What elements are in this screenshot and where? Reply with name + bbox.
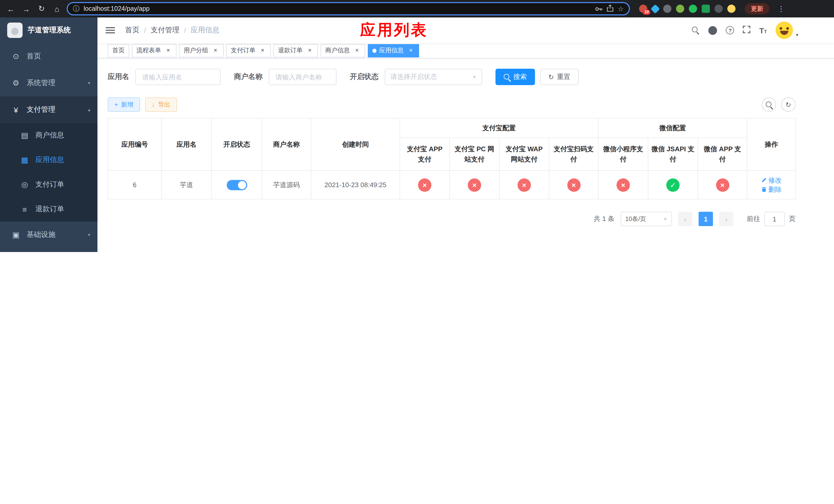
sidebar-item-dev[interactable]: ⚒ 研发工具 ▾ [0,248,97,252]
edit-link[interactable]: 修改 [761,176,782,185]
extension-icon[interactable] [702,5,710,13]
close-icon[interactable]: × [353,47,360,54]
search-button[interactable]: 搜索 [496,69,535,85]
tab-user-group[interactable]: 用户分组 × [179,44,224,57]
caret-down-icon: ▼ [795,33,799,38]
extension-icon[interactable] [715,5,723,13]
tab-process-form[interactable]: 流程表单 × [132,44,176,57]
col-header-app-id: 应用编号 [108,118,161,170]
refresh-icon: ↻ [786,101,791,108]
fullscreen-icon[interactable] [743,25,751,35]
chrome-update-button[interactable]: 更新 [745,3,769,14]
sidebar-item-app[interactable]: ▦ 应用信息 [0,148,97,172]
browser-menu-icon[interactable]: ⋮ [775,5,787,13]
bookmark-star-icon[interactable]: ☆ [618,5,624,13]
extension-icon[interactable]: 10 [639,5,647,13]
alipay-wap-status-icon: × [518,178,531,191]
chevron-up-icon: ▴ [88,107,90,112]
close-icon[interactable]: × [407,47,414,54]
page-number-current[interactable]: 1 [699,212,713,226]
forward-icon[interactable]: → [21,4,32,13]
export-button[interactable]: ↓ 导出 [145,97,177,112]
add-button[interactable]: + 新增 [108,97,140,112]
github-icon[interactable] [708,26,717,35]
extension-icon[interactable] [689,5,697,13]
alipay-pc-status-icon: × [468,178,481,191]
back-icon[interactable]: ← [5,4,16,13]
tab-refund-order[interactable]: 退款订单 × [273,44,318,57]
reset-button[interactable]: ↻ 重置 [540,69,578,85]
tab-label: 首页 [112,46,125,55]
status-toggle[interactable] [226,180,247,190]
key-icon[interactable] [595,5,603,13]
user-menu[interactable]: ▼ [775,22,799,39]
collapse-menu-icon[interactable] [106,27,115,33]
page-title: 应用列表 [360,20,428,41]
sidebar-item-pay[interactable]: ¥ 支付管理 ▴ [0,96,97,123]
share-icon[interactable] [607,4,614,13]
delete-link[interactable]: 删除 [761,185,782,194]
goto-suffix: 页 [789,214,795,224]
close-icon[interactable]: × [306,47,313,54]
sidebar-item-home[interactable]: ⊙ 首页 [0,43,97,70]
refresh-table-button[interactable]: ↻ [781,97,795,112]
plus-icon: + [114,101,118,108]
breadcrumb-home[interactable]: 首页 [125,26,139,35]
col-header-alipay-app: 支付宝 APP 支付 [400,138,449,170]
toggle-search-button[interactable] [762,97,776,112]
group-header-wechat: 微信配置 [598,118,747,138]
extension-icon[interactable] [651,4,660,14]
page-size-select[interactable]: 10条/页 ▼ [621,212,672,226]
tab-merchant-info[interactable]: 商户信息 × [321,44,365,57]
url-text[interactable]: localhost:1024/pay/app [84,5,591,12]
close-icon[interactable]: × [259,47,266,54]
app-name-input[interactable] [135,69,221,85]
sidebar-item-label: 支付管理 [27,105,56,114]
search-icon[interactable] [692,26,700,34]
goto-page-input[interactable] [764,212,785,226]
export-button-label: 导出 [158,100,170,109]
col-header-app-name: 应用名 [161,118,212,170]
status-label: 开启状态 [350,72,378,82]
next-page-button[interactable]: › [719,212,733,226]
breadcrumb-current: 应用信息 [191,26,220,35]
reload-icon[interactable]: ↻ [36,4,47,13]
user-avatar [775,22,793,39]
status-select[interactable]: 请选择开启状态 ▼ [385,69,482,85]
browser-extensions: 10 [639,5,736,13]
sidebar-item-system[interactable]: ⚙ 系统管理 ▾ [0,70,97,96]
extension-icon[interactable] [676,5,684,13]
sidebar-item-merchant[interactable]: ▤ 商户信息 [0,123,97,148]
site-info-icon[interactable]: ⓘ [73,4,80,13]
sidebar-item-refund[interactable]: ≡ 退款订单 [0,197,97,222]
tab-home[interactable]: 首页 [108,44,129,57]
merchant-name-label: 商户名称 [234,72,263,82]
sidebar-menu: ⊙ 首页 ⚙ 系统管理 ▾ ¥ 支付管理 ▴ ▤ 商户信息 [0,43,97,252]
address-bar[interactable]: ⓘ localhost:1024/pay/app ☆ [67,2,630,15]
prev-page-button[interactable]: ‹ [678,212,693,226]
search-button-label: 搜索 [513,72,527,82]
breadcrumb: 首页 / 支付管理 / 应用信息 [125,26,220,35]
goto-prefix: 前往 [747,214,760,224]
font-size-icon[interactable]: TT [760,26,767,35]
trash-icon [761,187,767,192]
card-icon: ▤ [20,131,29,140]
close-icon[interactable]: × [164,47,172,54]
tab-label: 商户信息 [325,46,350,55]
tab-pay-order[interactable]: 支付订单 × [226,44,271,57]
help-icon[interactable]: ? [726,26,734,35]
extension-icon[interactable] [727,5,736,13]
merchant-name-input[interactable] [269,69,336,85]
navbar-actions: ? TT ▼ [692,22,826,39]
app-logo[interactable]: 芋道管理系统 [0,18,97,43]
extension-icon[interactable] [663,5,672,13]
home-icon[interactable]: ⌂ [51,4,63,13]
reset-button-label: 重置 [557,72,570,82]
close-icon[interactable]: × [212,47,219,54]
sidebar-item-order[interactable]: ◎ 支付订单 [0,172,97,197]
tab-app-info[interactable]: 应用信息 × [368,44,419,57]
sidebar-item-infra[interactable]: ▣ 基础设施 ▾ [0,222,97,248]
breadcrumb-section[interactable]: 支付管理 [151,26,179,35]
alipay-qr-status-icon: × [567,178,580,191]
edit-label: 修改 [768,176,782,185]
